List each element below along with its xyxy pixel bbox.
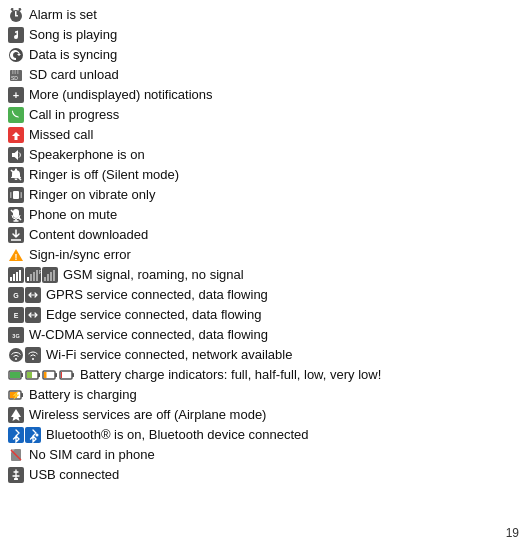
svg-text:SD: SD (11, 75, 18, 81)
icon-wifi (8, 347, 42, 363)
label-nosim: No SIM card in phone (29, 446, 155, 464)
svg-rect-37 (19, 270, 21, 281)
svg-rect-64 (27, 372, 32, 378)
icon-error: ! (8, 247, 25, 263)
row-battery-indicators: Battery charge indicators: full, half-fu… (8, 366, 523, 384)
row-error: ! Sign-in/sync error (8, 246, 523, 264)
icon-nosim (8, 447, 25, 463)
svg-rect-16 (8, 107, 24, 123)
svg-rect-22 (13, 191, 19, 199)
label-battery-indicators: Battery charge indicators: full, half-fu… (80, 366, 381, 384)
row-gprs: G GPRS service connected, data flowing (8, 286, 523, 304)
label-gsm: GSM signal, roaming, no signal (63, 266, 244, 284)
svg-rect-34 (10, 277, 12, 281)
label-sync: Data is syncing (29, 46, 117, 64)
row-sync: Data is syncing (8, 46, 523, 64)
label-sd: SD card unload (29, 66, 119, 84)
row-mute: Phone on mute (8, 206, 523, 224)
svg-rect-70 (61, 372, 62, 378)
icon-sd: SD (8, 67, 25, 83)
svg-text:R: R (39, 269, 41, 275)
svg-rect-6 (19, 8, 22, 10)
svg-point-78 (36, 434, 39, 437)
icon-charging: ⚡ (8, 387, 25, 403)
label-download: Content downloaded (29, 226, 148, 244)
icon-download (8, 227, 25, 243)
label-song: Song is playing (29, 26, 117, 44)
icon-ringer-off (8, 167, 25, 183)
svg-rect-10 (12, 70, 14, 74)
svg-rect-61 (10, 372, 20, 378)
row-more: + More (undisplayed) notifications (8, 86, 523, 104)
icon-usb (8, 467, 25, 483)
svg-rect-45 (44, 277, 46, 281)
svg-text:E: E (14, 312, 19, 319)
row-missed: Missed call (8, 126, 523, 144)
row-sd: SD SD card unload (8, 66, 523, 84)
label-gprs: GPRS service connected, data flowing (46, 286, 268, 304)
svg-rect-2 (15, 15, 18, 17)
svg-rect-47 (50, 272, 52, 281)
svg-text:⚡: ⚡ (11, 390, 21, 400)
label-edge: Edge service connected, data flowing (46, 306, 261, 324)
label-mute: Phone on mute (29, 206, 117, 224)
icon-gprs: G (8, 287, 42, 303)
row-bluetooth: Bluetooth® is on, Bluetooth device conne… (8, 426, 523, 444)
svg-rect-63 (38, 373, 40, 377)
svg-rect-40 (30, 274, 32, 281)
svg-rect-41 (33, 272, 35, 281)
svg-rect-24 (21, 192, 23, 198)
label-speaker: Speakerphone is on (29, 146, 145, 164)
icon-mute (8, 207, 25, 223)
page-number: 19 (506, 526, 519, 540)
icon-song (8, 27, 25, 43)
row-alarm: Alarm is set (8, 6, 523, 24)
icon-wcdma: 3G (8, 327, 25, 343)
icon-call (8, 107, 25, 123)
icon-gsm: R (8, 267, 59, 283)
icon-vibrate (8, 187, 25, 203)
row-wifi: Wi-Fi service connected, network availab… (8, 346, 523, 364)
label-usb: USB connected (29, 466, 119, 484)
row-charging: ⚡ Battery is charging (8, 386, 523, 404)
label-more: More (undisplayed) notifications (29, 86, 213, 104)
svg-rect-35 (13, 274, 15, 281)
svg-rect-66 (55, 373, 57, 377)
svg-rect-42 (36, 270, 38, 281)
row-wcdma: 3G W-CDMA service connected, data flowin… (8, 326, 523, 344)
row-song: Song is playing (8, 26, 523, 44)
row-download: Content downloaded (8, 226, 523, 244)
row-ringer-off: Ringer is off (Silent mode) (8, 166, 523, 184)
svg-text:+: + (13, 89, 19, 101)
label-alarm: Alarm is set (29, 6, 97, 24)
svg-rect-36 (16, 272, 18, 281)
icon-missed (8, 127, 25, 143)
svg-rect-46 (47, 274, 49, 281)
svg-rect-11 (15, 70, 17, 74)
svg-rect-23 (10, 192, 12, 198)
svg-text:G: G (13, 292, 19, 299)
row-edge: E Edge service connected, data flowing (8, 306, 523, 324)
label-vibrate: Ringer on vibrate only (29, 186, 155, 204)
label-missed: Missed call (29, 126, 93, 144)
label-wifi: Wi-Fi service connected, network availab… (46, 346, 292, 364)
icon-alarm (8, 7, 25, 23)
icon-sync (8, 47, 25, 63)
svg-text:3G: 3G (12, 333, 19, 339)
row-call: Call in progress (8, 106, 523, 124)
row-vibrate: Ringer on vibrate only (8, 186, 523, 204)
row-nosim: No SIM card in phone (8, 446, 523, 464)
label-airplane: Wireless services are off (Airplane mode… (29, 406, 266, 424)
svg-rect-5 (11, 8, 14, 10)
row-gsm: R GSM signal, roaming, no signal (8, 266, 523, 284)
svg-rect-12 (17, 70, 19, 74)
row-airplane: Wireless services are off (Airplane mode… (8, 406, 523, 424)
svg-rect-67 (44, 372, 47, 378)
row-usb: USB connected (8, 466, 523, 484)
label-call: Call in progress (29, 106, 119, 124)
icon-more: + (8, 87, 25, 103)
svg-rect-48 (53, 270, 55, 281)
icon-battery-indicators (8, 367, 76, 383)
svg-text:!: ! (15, 252, 18, 262)
label-error: Sign-in/sync error (29, 246, 131, 264)
